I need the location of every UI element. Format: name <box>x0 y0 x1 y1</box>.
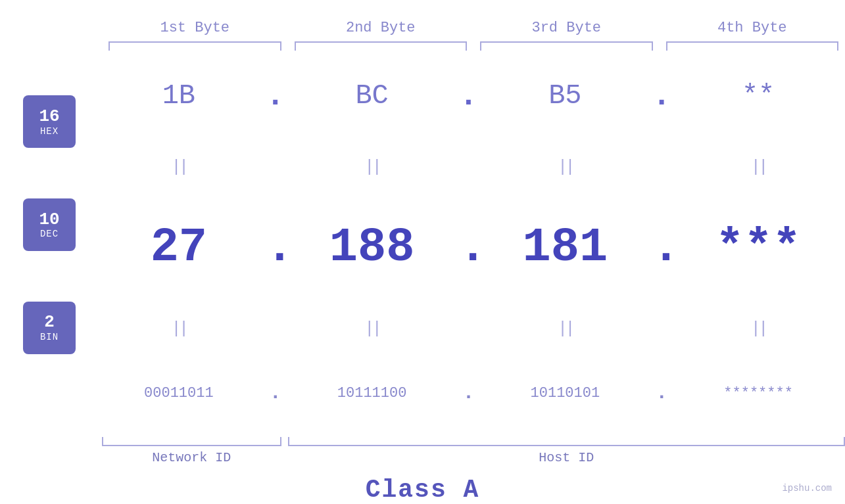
hex-dot2: . <box>459 78 479 114</box>
hex-row: 1B . BC . B5 . ** <box>92 78 845 114</box>
hex-b4: ** <box>671 80 845 112</box>
bin-b1: 00011011 <box>92 385 266 401</box>
class-a-label: Class A <box>366 476 480 504</box>
equals-hex-dec: || || || || <box>92 155 845 179</box>
hex-b3: B5 <box>479 80 652 112</box>
hex-badge: 16 HEX <box>23 95 76 148</box>
bin-b2: 10111100 <box>285 385 459 401</box>
main-container: 1st Byte 2nd Byte 3rd Byte 4th Byte 16 H… <box>0 0 845 504</box>
bin-row: 00011011 . 10111100 . 10110101 . *******… <box>92 382 845 404</box>
bin-badge-label: BIN <box>40 332 59 342</box>
byte4-header: 4th Byte <box>660 20 846 36</box>
eq1: || <box>92 157 266 177</box>
host-id-label: Host ID <box>288 450 846 465</box>
hex-badge-num: 16 <box>39 107 59 126</box>
eq5: || <box>92 319 266 338</box>
eq2: || <box>285 157 459 177</box>
byte2-header: 2nd Byte <box>288 20 474 36</box>
id-labels-row: Network ID Host ID <box>0 450 845 465</box>
hex-badge-label: HEX <box>40 126 59 137</box>
bin-badge-num: 2 <box>44 313 55 332</box>
dec-row: 27 . 188 . 181 . *** <box>92 221 845 275</box>
class-label-area: Class A <box>0 476 845 504</box>
hex-b2: BC <box>285 80 459 112</box>
eq8: || <box>671 319 845 338</box>
hex-dot1: . <box>266 78 285 114</box>
dec-b2: 188 <box>285 221 459 275</box>
eq6: || <box>285 319 459 338</box>
bracket-2 <box>295 41 468 51</box>
dec-dot3: . <box>652 221 671 275</box>
footer-brand: ipshu.com <box>782 483 832 493</box>
dec-badge-num: 10 <box>39 210 59 229</box>
eq4: || <box>671 157 845 177</box>
bracket-3 <box>480 41 653 51</box>
equals-dec-bin: || || || || <box>92 317 845 340</box>
bin-dot1: . <box>266 382 285 404</box>
bottom-bracket-host <box>288 437 846 446</box>
dec-dot2: . <box>459 221 479 275</box>
bracket-4 <box>666 41 839 51</box>
bin-dot3: . <box>652 382 671 404</box>
dec-b4: *** <box>671 221 845 275</box>
bin-badge: 2 BIN <box>23 302 76 354</box>
bottom-brackets-row <box>0 437 845 446</box>
hex-dot3: . <box>652 78 671 114</box>
dec-b3: 181 <box>479 221 652 275</box>
network-id-label: Network ID <box>102 450 281 465</box>
eq7: || <box>479 319 652 338</box>
bracket-1 <box>109 41 281 51</box>
bin-b3: 10110101 <box>479 385 652 401</box>
dec-badge-label: DEC <box>40 229 59 239</box>
bin-dot2: . <box>459 382 479 404</box>
data-columns: 1B . BC . B5 . ** || || <box>92 57 845 432</box>
bottom-bracket-network <box>102 437 281 446</box>
labels-column: 16 HEX 10 DEC 2 BIN <box>0 57 92 432</box>
bin-b4: ******** <box>671 385 845 401</box>
byte3-header: 3rd Byte <box>473 20 660 36</box>
byte1-header: 1st Byte <box>102 20 288 36</box>
hex-b1: 1B <box>92 80 266 112</box>
byte-headers: 1st Byte 2nd Byte 3rd Byte 4th Byte <box>0 20 845 36</box>
content-area: 16 HEX 10 DEC 2 BIN 1B . BC <box>0 57 845 432</box>
eq3: || <box>479 157 652 177</box>
dec-b1: 27 <box>92 221 266 275</box>
top-bracket-row <box>0 41 845 51</box>
dec-badge: 10 DEC <box>23 198 76 251</box>
dec-dot1: . <box>266 221 285 275</box>
